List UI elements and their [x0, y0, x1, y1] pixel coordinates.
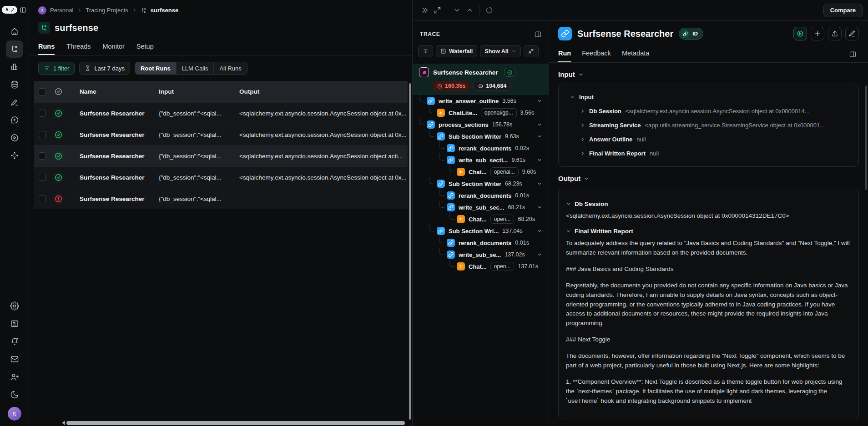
sidebar-item-home[interactable] [6, 23, 23, 40]
trace-tree-node[interactable]: rerank_documents 0.01s [413, 237, 549, 249]
waterfall-view-button[interactable]: Waterfall [436, 45, 477, 57]
sidebar-toggle-icon[interactable] [20, 6, 27, 14]
sidebar-item-tutorials[interactable] [6, 129, 23, 146]
run-id-badge[interactable]: ID [679, 28, 703, 40]
trace-tree-node[interactable]: ChatLite... openai/gp... 3.56s [413, 107, 549, 119]
add-to-dataset-button[interactable] [811, 27, 824, 40]
run-type-segment[interactable]: LLM Calls [177, 62, 214, 74]
run-row[interactable]: Surfsense Researcher {"db_session":"<sql… [34, 124, 408, 145]
collapse-panel-icon[interactable] [418, 4, 431, 17]
sidebar-item-dashboards[interactable] [6, 58, 23, 75]
chevron-right-icon[interactable] [580, 123, 585, 128]
open-in-playground-button[interactable] [793, 27, 807, 40]
trace-tree-node[interactable]: rerank_documents 0.01s [413, 190, 549, 201]
output-section-header[interactable]: Output [558, 175, 859, 182]
sidebar-item-mail[interactable] [6, 351, 23, 368]
detail-tab[interactable]: Run [558, 50, 571, 62]
input-field-row[interactable]: Final Written Report null [566, 146, 851, 160]
tree-filter-button[interactable] [418, 45, 433, 57]
trace-tree-node[interactable]: write_sub_secti... 9.61s [413, 154, 549, 166]
breadcrumb-project[interactable]: surfsense [151, 7, 178, 14]
panel-toggle-icon[interactable] [846, 48, 859, 60]
panel-toggle-icon[interactable] [531, 28, 544, 40]
chevron-down-icon[interactable] [537, 205, 542, 210]
project-tab[interactable]: Setup [136, 43, 154, 55]
row-checkbox[interactable] [39, 195, 46, 202]
run-row[interactable]: Surfsense Researcher {"db_session":"<sql… [34, 166, 408, 188]
project-tab[interactable]: Runs [38, 43, 55, 55]
breadcrumb-workspace[interactable]: Personal [50, 7, 73, 14]
user-avatar[interactable] [8, 407, 21, 421]
trace-tree-node[interactable]: Sub Section Writer 68.23s [413, 178, 549, 190]
chevron-right-icon[interactable] [580, 137, 585, 142]
share-run-button[interactable] [828, 27, 842, 40]
input-field-row[interactable]: Answer Outline null [566, 132, 851, 146]
scrollbar-thumb[interactable] [66, 421, 405, 425]
sidebar-item-theme-moon[interactable] [6, 386, 23, 403]
sidebar-item-settings[interactable] [6, 297, 23, 315]
annotate-button[interactable] [845, 27, 859, 40]
chevron-down-icon[interactable] [537, 98, 542, 104]
chevron-up-icon[interactable] [463, 4, 476, 17]
sidebar-item-invite-user[interactable] [6, 368, 23, 386]
trace-tree-node[interactable]: Chat... open... 137.01s [413, 261, 549, 272]
select-all-checkbox[interactable] [39, 88, 46, 95]
run-row[interactable]: Surfsense Researcher {"db_session":"<sql… [34, 145, 408, 166]
date-range-button[interactable]: Last 7 days [79, 62, 130, 75]
filter-button[interactable]: 1 filter [38, 62, 75, 75]
chevron-down-icon[interactable] [537, 181, 542, 186]
breadcrumb-section[interactable]: Tracing Projects [86, 7, 128, 14]
sidebar-item-notifications[interactable] [6, 333, 23, 350]
detail-scrollbar[interactable] [865, 85, 867, 190]
chevron-down-icon[interactable] [537, 157, 542, 163]
run-row[interactable]: Surfsense Researcher {"db_session":"<sql… [34, 188, 408, 209]
sidebar-item-datasets[interactable] [6, 76, 23, 93]
input-field-row[interactable]: Db Session <sqlalchemy.ext.asyncio.sessi… [566, 104, 851, 118]
detail-tab[interactable]: Feedback [582, 50, 611, 62]
chevron-down-icon[interactable] [537, 134, 542, 139]
sidebar-item-tracing[interactable] [6, 40, 23, 58]
chevron-right-icon[interactable] [580, 151, 585, 156]
trace-root-node[interactable]: Surfsense Researcher 160.35s [413, 64, 549, 95]
trace-tree-node[interactable]: write_sub_se... 137.02s [413, 249, 549, 261]
project-tab[interactable]: Monitor [102, 43, 124, 55]
output-field-header[interactable]: Final Written Report [566, 228, 851, 235]
project-tab[interactable]: Threads [66, 43, 91, 55]
run-type-segment[interactable]: All Runs [214, 62, 247, 74]
run-row[interactable]: Surfsense Researcher {"db_session":"<sql… [34, 102, 408, 124]
chevron-down-icon[interactable] [537, 122, 542, 127]
chevron-down-icon[interactable] [537, 252, 542, 257]
compare-button[interactable]: Compare [823, 4, 863, 17]
input-section-header[interactable]: Input [558, 70, 859, 78]
run-type-segment[interactable]: Root Runs [135, 62, 177, 74]
row-checkbox[interactable] [39, 174, 46, 181]
langsmith-logo[interactable] [2, 6, 17, 14]
maximize-icon[interactable] [431, 4, 444, 17]
chevron-down-icon[interactable] [537, 228, 542, 234]
horizontal-scrollbar[interactable] [62, 421, 405, 425]
sidebar-item-playground[interactable] [6, 111, 23, 129]
sidebar-item-docs[interactable] [6, 315, 23, 332]
trace-tree-node[interactable]: write_answer_outline 3.56s [413, 95, 549, 107]
row-checkbox[interactable] [39, 110, 46, 117]
input-field-row[interactable]: Input [566, 90, 851, 104]
scroll-left-arrow[interactable] [62, 421, 65, 425]
chevron-right-icon[interactable] [570, 95, 575, 100]
input-field-row[interactable]: Streaming Service <app.utils.streaming_s… [566, 118, 851, 132]
trace-tree-node[interactable]: Chat... open... 68.20s [413, 213, 549, 225]
trace-tree-node[interactable]: write_sub_sec... 68.21s [413, 201, 549, 213]
trace-tree-node[interactable]: Sub Section Wri... 137.04s [413, 225, 549, 237]
workspace-avatar[interactable] [38, 6, 46, 15]
vertical-scrollbar[interactable] [409, 83, 411, 420]
trace-tree-node[interactable]: Chat... openai... 9.60s [413, 166, 549, 178]
collapse-all-button[interactable] [524, 45, 539, 57]
show-all-dropdown[interactable]: Show All [480, 45, 520, 57]
trace-tree-node[interactable]: process_sections 156.78s [413, 119, 549, 130]
output-field-header[interactable]: Db Session [566, 200, 851, 207]
detail-tab[interactable]: Metadata [622, 50, 649, 62]
chevron-right-icon[interactable] [580, 109, 585, 114]
trace-tree-node[interactable]: Sub Section Writer 9.63s [413, 130, 549, 142]
row-checkbox[interactable] [39, 152, 46, 160]
trace-tree-node[interactable]: rerank_documents 0.02s [413, 142, 549, 154]
sidebar-item-workflows[interactable] [6, 147, 23, 164]
